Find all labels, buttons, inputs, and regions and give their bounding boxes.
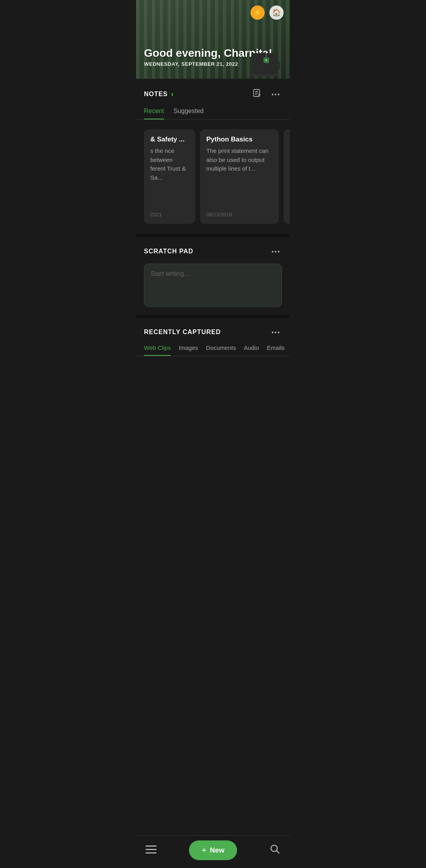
scratch-pad-more-button[interactable] [270, 245, 282, 257]
notes-more-button[interactable] [270, 88, 282, 100]
tea-tag: ✦ [263, 58, 269, 63]
notes-cards-list: & Safety ... s the nce between ferent Tr… [136, 126, 290, 230]
scratch-pad-input-area[interactable]: Start writing… [144, 264, 282, 307]
scratch-pad-title: SCRATCH PAD [144, 248, 193, 255]
home-icon[interactable]: 🏠 [269, 6, 284, 20]
notes-title: NOTES › [144, 89, 174, 99]
scratch-pad-header: SCRATCH PAD [136, 245, 290, 257]
cup-handle [273, 60, 280, 71]
notes-title-text: NOTES [144, 91, 168, 98]
divider-2 [136, 315, 290, 318]
note-card-0-preview: s the nce between ferent Trust & Sa... [150, 147, 189, 182]
note-card-0-date: 2021 [150, 212, 189, 217]
notes-actions [251, 87, 282, 101]
capture-tab-emails[interactable]: Emails [267, 344, 285, 356]
tab-recent[interactable]: Recent [144, 108, 164, 119]
note-card-1-title: Python Basics [206, 136, 273, 143]
note-card-2[interactable]: TICTID M8S Plu... You will need to be a … [284, 129, 290, 224]
notes-title-arrow[interactable]: › [171, 89, 174, 99]
note-card-1[interactable]: Python Basics The print statement can al… [200, 129, 279, 224]
note-card-0-title: & Safety ... [150, 136, 189, 143]
notes-section: NOTES › Recent Suggested [136, 79, 290, 234]
notes-header: NOTES › [136, 87, 290, 101]
note-card-1-preview: The print statement can also be used to … [206, 147, 273, 173]
hero-top-actions: ⚡ 🏠 [250, 6, 284, 20]
hero-section: ⚡ 🏠 Good evening, Charnita! WEDNESDAY, S… [136, 0, 290, 79]
notes-tabs: Recent Suggested [136, 108, 290, 120]
scratch-pad-section: SCRATCH PAD Start writing… [136, 237, 290, 315]
capture-tab-audio[interactable]: Audio [244, 344, 259, 356]
capture-tab-webclips[interactable]: Web Clips [144, 344, 171, 356]
tea-cup-illustration: ✦ [247, 39, 282, 75]
tea-string [266, 50, 266, 58]
capture-tab-images[interactable]: Images [179, 344, 198, 356]
recently-captured-title: RECENTLY CAPTURED [144, 329, 221, 336]
bottom-spacer [136, 356, 290, 392]
recently-captured-section: RECENTLY CAPTURED Web Clips Images Docum… [136, 318, 290, 356]
note-card-0[interactable]: & Safety ... s the nce between ferent Tr… [144, 129, 195, 224]
capture-tab-documents[interactable]: Documents [206, 344, 236, 356]
cup-body: ✦ [252, 53, 276, 75]
note-card-1-date: 08/13/2018 [206, 212, 273, 217]
scratch-pad-placeholder: Start writing… [151, 270, 275, 277]
capture-tabs: Web Clips Images Documents Audio Emails [136, 344, 290, 356]
new-note-button[interactable] [251, 87, 263, 101]
recently-captured-more-button[interactable] [270, 326, 282, 338]
divider-1 [136, 234, 290, 237]
tab-suggested[interactable]: Suggested [174, 108, 204, 119]
lightning-icon[interactable]: ⚡ [250, 6, 265, 20]
recently-captured-header: RECENTLY CAPTURED [136, 326, 290, 338]
